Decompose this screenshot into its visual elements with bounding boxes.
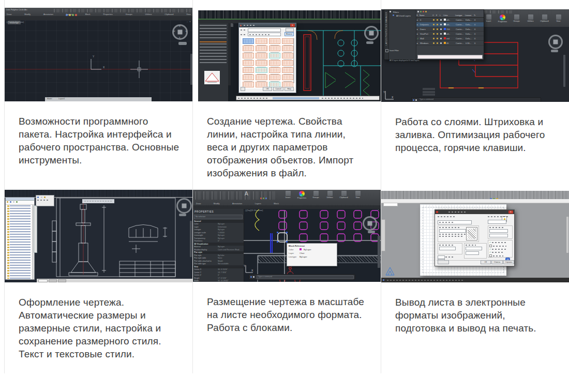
block-thumbnail[interactable]	[243, 38, 254, 44]
viewcube[interactable]: N W E S	[172, 24, 188, 40]
layer-row[interactable]: ▸ Doors 150 Contin... Defa... 0	[416, 27, 484, 32]
property-row[interactable]: Center X30'-3 15/16"	[193, 268, 244, 272]
ok-button[interactable]: OK	[263, 87, 272, 91]
drawing-area[interactable]: [-][Top][2D Wireframe] ‒ ▫ ✕ Y X N W E S	[5, 20, 192, 101]
browse-button[interactable]: Browse	[284, 32, 294, 36]
layer-table[interactable]: SNameOFLColorLinetypeLineweiTr ▸ 0 wh.. …	[416, 10, 484, 59]
property-row[interactable]: LayerDimension	[193, 225, 244, 229]
layout-tab[interactable]	[383, 203, 398, 206]
property-row[interactable]: MaterialByLayer	[193, 246, 244, 249]
drawing-file-combo[interactable]	[248, 33, 281, 36]
viewcube[interactable]	[363, 216, 377, 231]
floating-toolbox[interactable]	[36, 195, 54, 206]
block-thumbnail[interactable]	[269, 38, 280, 44]
layout1-tab[interactable]: Layout1	[58, 98, 65, 100]
layer-row[interactable]: ▸ Defpoints wh.. Contin... Defa... 0	[416, 22, 484, 27]
command-prompt[interactable]: Type a command	[258, 276, 272, 278]
command-prompt[interactable]: Type a command	[420, 99, 433, 101]
course-module-card-5[interactable]: A Insert Properties Groups Utilities Cli…	[193, 183, 381, 373]
block-thumbnail[interactable]	[282, 60, 293, 66]
tree-palette[interactable]	[5, 197, 35, 280]
dialog-scrollbar[interactable]	[293, 38, 294, 83]
course-module-card-4[interactable]: Оформление чертежа. Автоматические разме…	[5, 183, 193, 373]
property-row[interactable]: Thickness0"	[193, 240, 244, 243]
layout-tab-strip[interactable]	[37, 279, 192, 282]
property-row[interactable]: Linetype scale1.00000	[193, 231, 244, 234]
dialog-close-button[interactable]: ✕	[508, 210, 513, 214]
property-row[interactable]: TransparencyByLayer	[193, 237, 244, 240]
drawing-area[interactable]: [-][Top][2D Wireframe] ‒ ▫ ✕	[244, 209, 381, 282]
layer-row[interactable]: ✓ Wall red Contin... Defa... 0	[416, 36, 484, 41]
viewcube[interactable]	[176, 198, 192, 214]
navbar-pill[interactable]	[551, 50, 558, 52]
block-thumbnail[interactable]	[256, 60, 267, 66]
dialog-title-bar[interactable]: ✕	[435, 210, 514, 214]
all-used-layers[interactable]: All Used Layers	[396, 14, 411, 17]
block-thumbnail[interactable]	[269, 67, 280, 73]
property-row[interactable]: LineweightByLayer	[193, 234, 244, 237]
block-thumbnail[interactable]	[282, 38, 293, 44]
right-scrollbar[interactable]	[190, 221, 192, 257]
navbar-pill[interactable]	[366, 41, 373, 44]
model-tab[interactable]: Model	[47, 98, 52, 100]
clipboard-button[interactable]: Clipboard	[338, 191, 350, 199]
lesson-thumbnail-6[interactable]: ✕	[381, 191, 569, 282]
go-button[interactable]	[286, 28, 294, 32]
model-tab[interactable]	[38, 279, 48, 282]
utilities-button[interactable]: Utilities	[525, 14, 536, 23]
right-scrollbar[interactable]	[566, 217, 568, 253]
lesson-thumbnail-2[interactable]: ✕ Browse OK Cancel Help	[198, 10, 381, 101]
properties-button[interactable]: Properties	[296, 191, 308, 199]
command-line[interactable]	[381, 278, 569, 282]
navbar-pill[interactable]	[368, 231, 375, 233]
selection-combo[interactable]: No selection	[194, 215, 243, 219]
command-line[interactable]: Type a command	[249, 274, 355, 280]
layer-properties-manager[interactable]: LAYER PROPERTIES MANAGER Filters All Use…	[384, 9, 484, 60]
search-input[interactable]	[248, 28, 281, 32]
navbar-pill[interactable]	[179, 214, 186, 216]
command-line[interactable]: Type a command	[411, 97, 541, 102]
lesson-thumbnail-4[interactable]	[5, 190, 192, 282]
block-thumbnail[interactable]	[269, 74, 280, 80]
right-scrollbar[interactable]	[563, 55, 565, 87]
insert-button[interactable]: Insert	[282, 191, 294, 199]
block-thumbnail[interactable]	[256, 53, 267, 58]
property-row[interactable]: Center Y14'-7 3/16"	[193, 271, 244, 274]
utilities-button[interactable]: Utilities	[324, 191, 336, 199]
property-row[interactable]: LinetypeByLayer	[193, 229, 244, 232]
printer-name-combo[interactable]	[438, 220, 472, 224]
block-thumbnail[interactable]	[256, 67, 267, 73]
block-thumbnail[interactable]	[256, 46, 267, 51]
layer-row[interactable]: ▸ ViewPort wh.. Contin... Defa... 0	[416, 32, 484, 36]
property-row[interactable]: Center Z0"	[193, 274, 244, 277]
property-row[interactable]: Plot table typeNot available	[193, 263, 244, 266]
block-thumbnail[interactable]	[269, 53, 280, 58]
layer-row[interactable]: ▸ Windows 40 Contin... 0.30... 0	[416, 41, 484, 46]
property-row[interactable]: Height17'-6 5/16"	[193, 277, 244, 280]
block-thumbnail[interactable]	[243, 67, 254, 73]
property-row[interactable]: Plot style tableNone	[193, 257, 244, 260]
properties-button[interactable]: Properties	[497, 14, 508, 23]
property-row[interactable]: Shadow displayCasts and Receives Shad..	[193, 248, 244, 251]
tools-button[interactable]	[241, 87, 245, 91]
lesson-thumbnail-3[interactable]: Insert Properties Groups Utilities Clipb…	[381, 9, 569, 102]
help-button[interactable]: Справка	[503, 260, 514, 264]
layer-search-field[interactable]	[417, 55, 483, 59]
right-scrollbar[interactable]	[378, 236, 380, 268]
layout-tab-1[interactable]	[49, 279, 57, 282]
block-thumbnail[interactable]	[243, 46, 254, 51]
groups-button[interactable]: Groups	[511, 14, 522, 23]
object-tree[interactable]	[6, 205, 34, 279]
viewcube[interactable]	[548, 35, 563, 49]
insert-button[interactable]: Insert	[483, 14, 495, 23]
block-thumbnail[interactable]	[282, 67, 293, 73]
help-button[interactable]: Help	[284, 87, 294, 91]
block-select-dialog[interactable]: ✕ Browse OK Cancel Help	[238, 23, 296, 93]
clipboard-button[interactable]: Clipboard	[538, 14, 550, 23]
block-thumbnail[interactable]	[269, 60, 280, 66]
layer-filter-tree[interactable]: Filters All Used Layers Invert Filter	[389, 10, 416, 59]
layout-tab-strip[interactable]: Model Layout1	[45, 97, 152, 101]
offset-x-field[interactable]	[438, 255, 445, 259]
cancel-button[interactable]: Отмена	[491, 260, 503, 264]
ok-button[interactable]: ОК	[481, 260, 491, 264]
